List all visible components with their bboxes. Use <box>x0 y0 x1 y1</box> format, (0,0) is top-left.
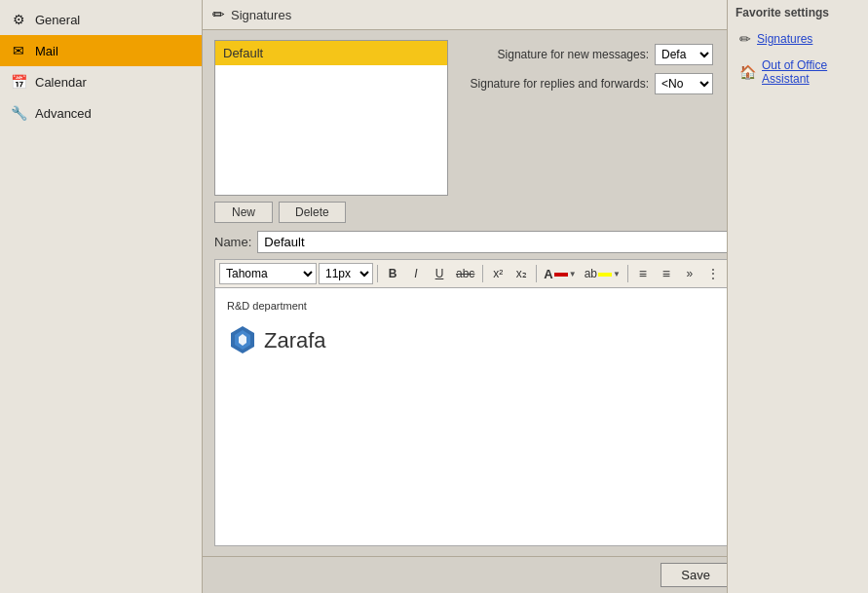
italic-button[interactable]: I <box>405 263 427 284</box>
bottom-bar: Save <box>203 556 727 593</box>
editor-section: Tahoma Arial Times New Roman 11px 8px 10… <box>214 259 727 546</box>
signature-settings: Signature for new messages: Defa None De… <box>464 40 713 94</box>
general-icon: ⚙ <box>10 11 27 28</box>
signatures-fav-icon: ✏ <box>739 31 751 47</box>
signatures-title-icon: ✏ <box>212 6 225 23</box>
save-button[interactable]: Save <box>660 563 727 587</box>
replies-label: Signature for replies and forwards: <box>464 77 649 91</box>
sig-list-buttons: New Delete <box>214 202 448 223</box>
superscript-button[interactable]: x² <box>487 263 509 284</box>
signature-list: Default <box>214 40 448 196</box>
overflow-button[interactable]: ⋮ <box>702 263 724 284</box>
name-row: Name: <box>214 231 727 253</box>
strikethrough-button[interactable]: abc <box>452 263 478 284</box>
highlight-label: ab <box>585 267 597 280</box>
replies-row: Signature for replies and forwards: <No … <box>464 73 713 94</box>
sidebar-item-calendar[interactable]: 📅 Calendar <box>0 66 202 97</box>
sidebar-label-calendar: Calendar <box>35 75 87 90</box>
signatures-fav-label[interactable]: Signatures <box>757 32 812 46</box>
title-bar: ✏ Signatures <box>203 0 727 30</box>
font-color-dropdown-icon[interactable]: ▼ <box>569 270 577 278</box>
out-of-office-fav-label[interactable]: Out of OfficeAssistant <box>762 58 827 86</box>
new-messages-label: Signature for new messages: <box>464 48 649 61</box>
underline-button[interactable]: U <box>429 263 450 284</box>
editor-content-area[interactable]: R&D department Zarafa <box>214 287 727 546</box>
top-section: Default New Delete Signature for new mes… <box>214 40 727 223</box>
signature-list-panel: Default New Delete <box>214 40 448 223</box>
out-of-office-fav-icon: 🏠 <box>739 64 756 80</box>
editor-content: R&D department Zarafa <box>227 298 716 356</box>
highlight-color-indicator <box>598 273 612 277</box>
replies-select[interactable]: <No None Default <box>655 73 713 94</box>
fav-item-signatures[interactable]: ✏ Signatures <box>736 27 860 51</box>
zarafa-icon-svg <box>227 324 258 355</box>
new-button[interactable]: New <box>214 202 273 223</box>
highlight-color-dropdown-icon[interactable]: ▼ <box>613 270 621 278</box>
favorites-title: Favorite settings <box>736 6 860 19</box>
dept-text: R&D department <box>227 298 716 315</box>
toolbar-divider-4 <box>627 265 628 282</box>
sidebar-label-general: General <box>35 13 80 27</box>
editor-toolbar: Tahoma Arial Times New Roman 11px 8px 10… <box>214 259 727 287</box>
subscript-button[interactable]: x₂ <box>510 263 532 284</box>
font-color-indicator <box>554 273 568 277</box>
more-button[interactable]: » <box>679 263 700 284</box>
align-right-button[interactable]: ≡ <box>656 263 677 284</box>
font-family-select[interactable]: Tahoma Arial Times New Roman <box>219 263 317 284</box>
name-and-editor: Name: Tahoma Arial Times New Roman 11px <box>214 231 727 546</box>
font-size-select[interactable]: 11px 8px 10px 12px 14px <box>319 263 373 284</box>
highlight-color-button[interactable]: ab ▼ <box>582 263 623 284</box>
align-left-button[interactable]: ≡ <box>632 263 654 284</box>
sidebar-item-advanced[interactable]: 🔧 Advanced <box>0 97 202 129</box>
sidebar-item-general[interactable]: ⚙ General <box>0 4 202 35</box>
fav-item-out-of-office[interactable]: 🏠 Out of OfficeAssistant <box>736 55 860 90</box>
content-area: Default New Delete Signature for new mes… <box>203 30 727 556</box>
name-label: Name: <box>214 235 251 249</box>
font-color-label: A <box>544 267 552 281</box>
toolbar-divider-1 <box>377 265 378 282</box>
delete-button[interactable]: Delete <box>279 202 346 223</box>
main-area: ✏ Signatures Default New Delete <box>203 0 727 593</box>
sidebar: ⚙ General ✉ Mail 📅 Calendar 🔧 Advanced <box>0 0 203 593</box>
bold-button[interactable]: B <box>382 263 403 284</box>
calendar-icon: 📅 <box>10 73 27 91</box>
name-input[interactable] <box>257 231 727 253</box>
company-name: Zarafa <box>264 324 326 356</box>
mail-icon: ✉ <box>10 42 27 59</box>
list-item[interactable]: Default <box>215 41 447 65</box>
new-messages-select[interactable]: Defa None Default <box>655 44 713 65</box>
zarafa-logo: Zarafa <box>227 324 716 356</box>
page-title: Signatures <box>231 8 291 22</box>
main-content: ✏ Signatures Default New Delete <box>203 0 727 593</box>
font-color-button[interactable]: A ▼ <box>541 263 579 284</box>
toolbar-divider-3 <box>536 265 537 282</box>
sidebar-label-mail: Mail <box>35 44 58 58</box>
sidebar-item-mail[interactable]: ✉ Mail <box>0 35 202 66</box>
sidebar-label-advanced: Advanced <box>35 106 92 121</box>
favorites-panel: Favorite settings ✏ Signatures 🏠 Out of … <box>727 0 868 593</box>
new-messages-row: Signature for new messages: Defa None De… <box>464 44 713 65</box>
advanced-icon: 🔧 <box>10 104 27 122</box>
toolbar-divider-2 <box>482 265 483 282</box>
